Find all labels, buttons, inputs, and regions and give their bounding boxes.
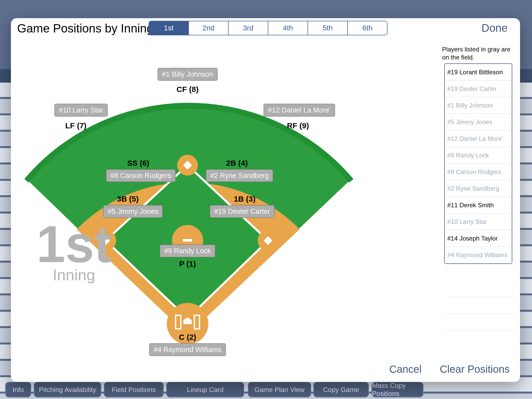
empty-row	[444, 281, 512, 297]
player-chip-ss[interactable]: #8 Carson Rodgers	[106, 169, 176, 182]
empty-row	[444, 297, 512, 314]
modal-bottom-actions: Cancel Clear Positions	[389, 363, 510, 375]
inning-tab-2nd[interactable]: 2nd	[189, 21, 229, 35]
clear-positions-button[interactable]: Clear Positions	[440, 363, 510, 375]
player-chip-p[interactable]: #9 Randy Lock	[160, 245, 215, 257]
inning-segmented-control: 1st2nd3rd4th5th6th	[149, 21, 388, 35]
pos-label-p: P (1)	[179, 260, 196, 268]
roster-helper-text: Players listed in gray are on the field.	[442, 45, 512, 61]
pos-label-c: C (2)	[179, 333, 196, 342]
roster-empty-rows	[444, 281, 512, 330]
inning-tab-3rd[interactable]: 3rd	[229, 21, 268, 35]
roster-player[interactable]: #5 Jimmy Jones	[445, 114, 512, 130]
done-button[interactable]: Done	[482, 22, 508, 34]
baseball-field: CF (8) #1 Billy Johnson LF (7) #10 Larry…	[16, 43, 380, 376]
cancel-button[interactable]: Cancel	[389, 363, 422, 375]
empty-row	[444, 314, 512, 330]
player-chip-2b[interactable]: #2 Ryne Sandberg	[206, 169, 273, 182]
pos-label-2b: 2B (4)	[226, 159, 248, 168]
pos-label-3b: 3B (5)	[117, 195, 138, 203]
player-chip-cf[interactable]: #1 Billy Johnson	[158, 68, 218, 81]
bg-toolbar-button[interactable]: Lineup Card	[166, 382, 244, 397]
roster-player[interactable]: #11 Derek Smith	[445, 197, 512, 214]
roster-player[interactable]: #14 Joseph Taylor	[445, 230, 512, 247]
roster-player[interactable]: #19 Dexter Carter	[445, 81, 512, 97]
roster-player[interactable]: #12 Daniel La More'	[445, 130, 512, 147]
roster-player[interactable]: #2 Ryne Sandberg	[445, 180, 512, 197]
roster-player[interactable]: #10 Larry Star	[445, 214, 512, 230]
modal-title: Game Positions by Inning	[17, 21, 153, 35]
inning-tab-1st[interactable]: 1st	[149, 21, 189, 35]
pos-label-rf: RF (9)	[287, 121, 309, 130]
roster-player[interactable]: #9 Randy Lock	[445, 147, 512, 164]
positions-modal: Game Positions by Inning 1st2nd3rd4th5th…	[11, 18, 520, 382]
roster-player[interactable]: #8 Carson Rodgers	[445, 164, 512, 180]
player-chip-lf[interactable]: #10 Larry Star	[54, 104, 108, 117]
pitchers-rubber	[183, 239, 192, 242]
roster-player[interactable]: #4 Raymond Williams	[445, 247, 512, 263]
player-chip-3b[interactable]: #5 Jimmy Jones	[103, 205, 163, 218]
bg-toolbar-button[interactable]: Info	[5, 382, 31, 397]
inning-tab-4th[interactable]: 4th	[268, 21, 308, 35]
player-chip-rf[interactable]: #12 Daniel La More'	[264, 104, 335, 117]
inning-tab-6th[interactable]: 6th	[348, 21, 387, 35]
current-inning-number: 1st	[36, 221, 111, 268]
pos-label-cf: CF (8)	[177, 85, 199, 94]
pos-label-ss: SS (6)	[127, 159, 149, 168]
bg-toolbar-button[interactable]: Mass Copy Positions	[371, 382, 423, 397]
pos-label-1b: 1B (3)	[234, 195, 255, 203]
roster-player[interactable]: #1 Billy Johnson	[445, 97, 512, 114]
player-chip-1b[interactable]: #19 Dexter Carter	[210, 205, 275, 218]
bg-toolbar-button[interactable]: Game Plan View	[248, 382, 311, 397]
bg-toolbar-button[interactable]: Pitching Availability	[34, 382, 101, 397]
roster-player[interactable]: #19 Lorant Bittleson	[445, 64, 512, 81]
bg-toolbar-button[interactable]: Copy Game	[313, 382, 369, 397]
inning-tab-5th[interactable]: 5th	[308, 21, 348, 35]
pos-label-lf: LF (7)	[65, 121, 87, 130]
player-chip-c[interactable]: #4 Raymond Williams	[149, 343, 226, 356]
bg-toolbar-button[interactable]: Field Positions	[104, 382, 164, 397]
current-inning-indicator: 1st Inning	[36, 221, 111, 284]
roster-list: #19 Lorant Bittleson#19 Dexter Carter#1 …	[444, 63, 512, 264]
